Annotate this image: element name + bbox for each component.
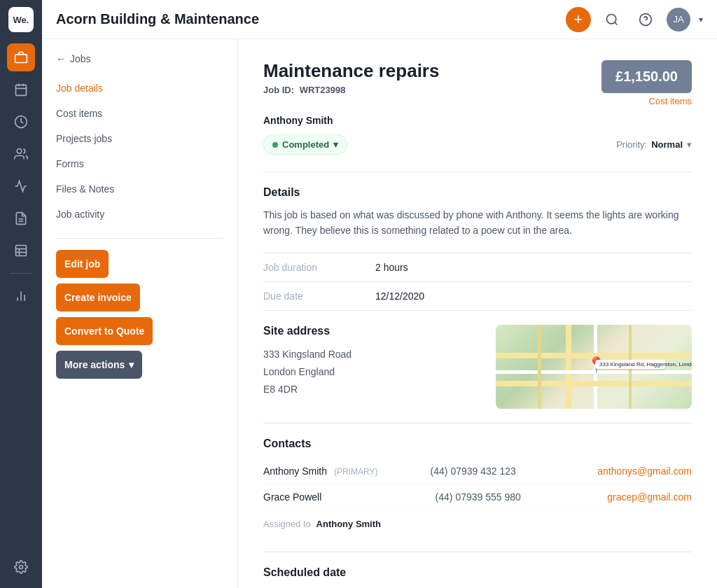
company-name: Acorn Building & Maintenance: [56, 11, 557, 27]
details-section-title: Details: [263, 186, 692, 199]
sidebar: ← Jobs Job details Cost items Projects j…: [42, 39, 238, 588]
cost-items-link[interactable]: Cost items: [601, 96, 692, 106]
contact-email-2[interactable]: gracep@gmail.com: [607, 491, 692, 503]
nav-jobs[interactable]: [7, 43, 35, 71]
details-description: This job is based on what was discussed …: [263, 207, 692, 239]
nav-reports[interactable]: [7, 108, 35, 136]
svg-rect-1: [16, 85, 27, 95]
job-assignee: Anthony Smith: [263, 115, 692, 126]
sidebar-item-job-activity[interactable]: Job activity: [42, 202, 237, 227]
sidebar-item-cost-items[interactable]: Cost items: [42, 101, 237, 126]
assigned-row: Assigned to Anthony Smith: [263, 510, 692, 538]
contact-phone-2: (44) 07939 555 980: [436, 491, 608, 503]
nav-analytics[interactable]: [7, 172, 35, 200]
site-address-text: 333 Kingsland Road London England E8 4DR: [263, 346, 479, 399]
divider-1: [263, 172, 692, 172]
avatar-chevron-icon[interactable]: ▾: [699, 15, 703, 24]
duration-value: 2 hours: [375, 262, 408, 273]
nav-invoices[interactable]: [7, 204, 35, 232]
map[interactable]: 📍 333 Kingsland Rd, Haggerston, London..…: [496, 325, 692, 409]
sidebar-item-job-details[interactable]: Job details: [42, 76, 237, 101]
chevron-down-icon: ▾: [129, 359, 134, 370]
nav-settings[interactable]: [7, 553, 35, 581]
contact-row-2: Grace Powell (44) 07939 555 980 gracep@g…: [263, 484, 692, 510]
map-label: 333 Kingsland Rd, Haggerston, London...: [595, 360, 665, 369]
status-chevron-icon: ▾: [333, 139, 338, 150]
job-title: Maintenance repairs: [263, 60, 439, 82]
create-invoice-button[interactable]: Create invoice: [56, 284, 140, 312]
svg-point-17: [607, 14, 616, 23]
icon-bar-divider: [11, 273, 32, 274]
contacts-title: Contacts: [263, 438, 692, 450]
due-date-label: Due date: [263, 290, 375, 302]
status-dot: [272, 142, 278, 148]
job-price: £1,150.00: [601, 60, 692, 93]
priority-row: Priority: Normal ▾: [616, 139, 692, 150]
svg-line-18: [615, 22, 618, 24]
scheduled-section: Scheduled date 30 Aug, 2021 - 14:00 unti…: [263, 552, 692, 588]
contact-name-2: Grace Powell: [263, 491, 436, 503]
main-content: Maintenance repairs Job ID: WRT23998 £1,…: [238, 39, 717, 588]
sidebar-divider: [56, 238, 223, 239]
svg-point-16: [20, 566, 23, 569]
svg-rect-0: [15, 55, 27, 63]
status-label: Completed: [282, 139, 329, 150]
icon-bar: We.: [0, 0, 42, 588]
contact-email-1[interactable]: anthonys@gmail.com: [597, 465, 692, 477]
priority-label: Priority:: [616, 139, 647, 150]
status-badge[interactable]: Completed ▾: [263, 134, 347, 155]
nav-calendar[interactable]: [7, 76, 35, 104]
contact-row: Anthony Smith (PRIMARY) (44) 07939 432 1…: [263, 458, 692, 484]
job-id: Job ID: WRT23998: [263, 85, 439, 95]
help-button[interactable]: [633, 7, 658, 32]
sidebar-item-forms[interactable]: Forms: [42, 151, 237, 176]
back-to-jobs[interactable]: ← Jobs: [42, 53, 237, 76]
sidebar-item-projects-jobs[interactable]: Projects jobs: [42, 126, 237, 151]
duration-label: Job duration: [263, 262, 375, 273]
svg-point-6: [17, 149, 22, 154]
user-avatar[interactable]: JA: [667, 8, 690, 31]
contact-name-1: Anthony Smith (PRIMARY): [263, 465, 431, 477]
convert-to-quote-button[interactable]: Convert to Quote: [56, 317, 153, 345]
priority-chevron-icon[interactable]: ▾: [687, 139, 692, 150]
app-logo: We.: [8, 7, 34, 32]
sidebar-item-files-notes[interactable]: Files & Notes: [42, 176, 237, 202]
site-address-title: Site address: [263, 325, 479, 337]
top-header: Acorn Building & Maintenance + JA ▾: [42, 0, 717, 39]
scheduled-title: Scheduled date: [263, 566, 692, 579]
contact-phone-1: (44) 07939 432 123: [431, 465, 598, 477]
priority-value: Normal: [651, 139, 683, 150]
nav-users[interactable]: [7, 140, 35, 168]
search-button[interactable]: [599, 7, 625, 32]
svg-rect-9: [16, 246, 27, 256]
edit-job-button[interactable]: Edit job: [56, 250, 109, 278]
nav-quotes[interactable]: [7, 237, 35, 265]
more-actions-button[interactable]: More actions ▾: [56, 351, 142, 379]
nav-bar-chart[interactable]: [7, 282, 35, 310]
back-label: Jobs: [70, 53, 91, 64]
add-button[interactable]: +: [566, 7, 591, 32]
back-arrow-icon: ←: [56, 53, 66, 64]
due-date-value: 12/12/2020: [375, 290, 424, 302]
